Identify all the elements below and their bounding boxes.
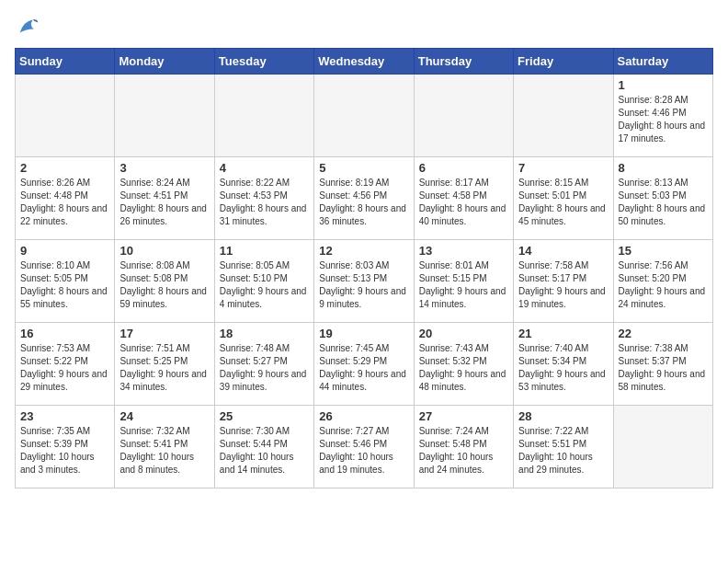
day-number: 1 [619,78,708,92]
day-info: Sunrise: 8:19 AM Sunset: 4:56 PM Dayligh… [319,177,408,228]
calendar-cell: 19Sunrise: 7:45 AM Sunset: 5:29 PM Dayli… [314,323,414,406]
day-info: Sunrise: 7:30 AM Sunset: 5:44 PM Dayligh… [220,425,309,477]
week-row-3: 9Sunrise: 8:10 AM Sunset: 5:05 PM Daylig… [16,240,713,323]
logo [15,15,44,40]
day-number: 2 [20,161,109,175]
page-header [15,15,713,40]
day-number: 14 [518,244,608,258]
day-info: Sunrise: 7:24 AM Sunset: 5:48 PM Dayligh… [419,425,508,477]
calendar-cell: 2Sunrise: 8:26 AM Sunset: 4:48 PM Daylig… [16,157,115,240]
day-header-thursday: Thursday [414,49,513,75]
calendar-cell: 6Sunrise: 8:17 AM Sunset: 4:58 PM Daylig… [414,157,513,240]
day-info: Sunrise: 8:28 AM Sunset: 4:46 PM Dayligh… [619,94,708,145]
day-number: 24 [119,409,209,423]
day-number: 3 [119,161,209,175]
calendar-cell: 18Sunrise: 7:48 AM Sunset: 5:27 PM Dayli… [214,323,313,406]
day-header-wednesday: Wednesday [314,49,414,75]
day-number: 9 [20,244,109,258]
calendar-cell: 25Sunrise: 7:30 AM Sunset: 5:44 PM Dayli… [214,406,313,488]
day-number: 4 [220,161,309,175]
logo-icon [15,15,40,40]
day-info: Sunrise: 7:38 AM Sunset: 5:37 PM Dayligh… [619,342,708,394]
day-info: Sunrise: 7:48 AM Sunset: 5:27 PM Dayligh… [220,342,309,394]
day-header-friday: Friday [514,49,613,75]
calendar-cell: 16Sunrise: 7:53 AM Sunset: 5:22 PM Dayli… [16,323,115,406]
calendar-cell: 17Sunrise: 7:51 AM Sunset: 5:25 PM Dayli… [115,323,214,406]
day-info: Sunrise: 8:01 AM Sunset: 5:15 PM Dayligh… [419,259,508,311]
calendar-cell [314,75,414,157]
calendar-cell: 5Sunrise: 8:19 AM Sunset: 4:56 PM Daylig… [314,157,414,240]
day-info: Sunrise: 7:32 AM Sunset: 5:41 PM Dayligh… [119,425,209,477]
day-info: Sunrise: 7:43 AM Sunset: 5:32 PM Dayligh… [419,342,508,394]
calendar-cell: 24Sunrise: 7:32 AM Sunset: 5:41 PM Dayli… [115,406,214,488]
day-number: 11 [220,244,309,258]
day-info: Sunrise: 7:22 AM Sunset: 5:51 PM Dayligh… [518,425,608,477]
day-header-tuesday: Tuesday [214,49,313,75]
calendar-cell: 10Sunrise: 8:08 AM Sunset: 5:08 PM Dayli… [115,240,214,323]
day-info: Sunrise: 8:22 AM Sunset: 4:53 PM Dayligh… [220,177,309,228]
week-row-5: 23Sunrise: 7:35 AM Sunset: 5:39 PM Dayli… [16,406,713,488]
day-number: 27 [419,409,508,423]
day-header-saturday: Saturday [613,49,712,75]
day-number: 6 [419,161,508,175]
day-info: Sunrise: 8:15 AM Sunset: 5:01 PM Dayligh… [518,177,608,228]
calendar-table: SundayMondayTuesdayWednesdayThursdayFrid… [15,48,713,488]
calendar-cell: 12Sunrise: 8:03 AM Sunset: 5:13 PM Dayli… [314,240,414,323]
calendar-cell: 8Sunrise: 8:13 AM Sunset: 5:03 PM Daylig… [613,157,712,240]
day-info: Sunrise: 7:51 AM Sunset: 5:25 PM Dayligh… [119,342,209,394]
calendar-cell: 3Sunrise: 8:24 AM Sunset: 4:51 PM Daylig… [115,157,214,240]
day-number: 15 [619,244,708,258]
day-info: Sunrise: 7:27 AM Sunset: 5:46 PM Dayligh… [319,425,408,477]
day-info: Sunrise: 8:13 AM Sunset: 5:03 PM Dayligh… [619,177,708,228]
calendar-cell: 26Sunrise: 7:27 AM Sunset: 5:46 PM Dayli… [314,406,414,488]
week-row-1: 1Sunrise: 8:28 AM Sunset: 4:46 PM Daylig… [16,75,713,157]
calendar-cell: 1Sunrise: 8:28 AM Sunset: 4:46 PM Daylig… [613,75,712,157]
day-info: Sunrise: 8:08 AM Sunset: 5:08 PM Dayligh… [119,259,209,311]
calendar-cell: 28Sunrise: 7:22 AM Sunset: 5:51 PM Dayli… [514,406,613,488]
week-row-2: 2Sunrise: 8:26 AM Sunset: 4:48 PM Daylig… [16,157,713,240]
day-info: Sunrise: 8:24 AM Sunset: 4:51 PM Dayligh… [119,177,209,228]
day-info: Sunrise: 7:56 AM Sunset: 5:20 PM Dayligh… [619,259,708,311]
calendar-cell: 23Sunrise: 7:35 AM Sunset: 5:39 PM Dayli… [16,406,115,488]
day-number: 25 [220,409,309,423]
calendar-cell: 15Sunrise: 7:56 AM Sunset: 5:20 PM Dayli… [613,240,712,323]
day-number: 13 [419,244,508,258]
day-number: 18 [220,327,309,340]
day-info: Sunrise: 8:05 AM Sunset: 5:10 PM Dayligh… [220,259,309,311]
day-headers-row: SundayMondayTuesdayWednesdayThursdayFrid… [16,49,713,75]
day-info: Sunrise: 8:26 AM Sunset: 4:48 PM Dayligh… [20,177,109,228]
calendar-cell: 7Sunrise: 8:15 AM Sunset: 5:01 PM Daylig… [514,157,613,240]
day-number: 20 [419,327,508,340]
day-number: 21 [518,327,608,340]
day-number: 10 [119,244,209,258]
day-number: 7 [518,161,608,175]
day-number: 16 [20,327,109,340]
calendar-cell: 4Sunrise: 8:22 AM Sunset: 4:53 PM Daylig… [214,157,313,240]
calendar-cell: 13Sunrise: 8:01 AM Sunset: 5:15 PM Dayli… [414,240,513,323]
calendar-cell [414,75,513,157]
calendar-cell [613,406,712,488]
calendar-cell: 22Sunrise: 7:38 AM Sunset: 5:37 PM Dayli… [613,323,712,406]
calendar-cell [214,75,313,157]
calendar-cell [514,75,613,157]
day-number: 22 [619,327,708,340]
week-row-4: 16Sunrise: 7:53 AM Sunset: 5:22 PM Dayli… [16,323,713,406]
calendar-cell: 14Sunrise: 7:58 AM Sunset: 5:17 PM Dayli… [514,240,613,323]
day-info: Sunrise: 8:10 AM Sunset: 5:05 PM Dayligh… [20,259,109,311]
calendar-cell: 20Sunrise: 7:43 AM Sunset: 5:32 PM Dayli… [414,323,513,406]
calendar-cell [16,75,115,157]
day-info: Sunrise: 7:53 AM Sunset: 5:22 PM Dayligh… [20,342,109,394]
day-number: 5 [319,161,408,175]
day-header-sunday: Sunday [16,49,115,75]
day-number: 26 [319,409,408,423]
day-info: Sunrise: 7:58 AM Sunset: 5:17 PM Dayligh… [518,259,608,311]
day-info: Sunrise: 7:35 AM Sunset: 5:39 PM Dayligh… [20,425,109,477]
day-info: Sunrise: 8:03 AM Sunset: 5:13 PM Dayligh… [319,259,408,311]
day-header-monday: Monday [115,49,214,75]
day-number: 23 [20,409,109,423]
day-number: 12 [319,244,408,258]
calendar-cell [115,75,214,157]
calendar-cell: 9Sunrise: 8:10 AM Sunset: 5:05 PM Daylig… [16,240,115,323]
day-number: 17 [119,327,209,340]
day-number: 8 [619,161,708,175]
